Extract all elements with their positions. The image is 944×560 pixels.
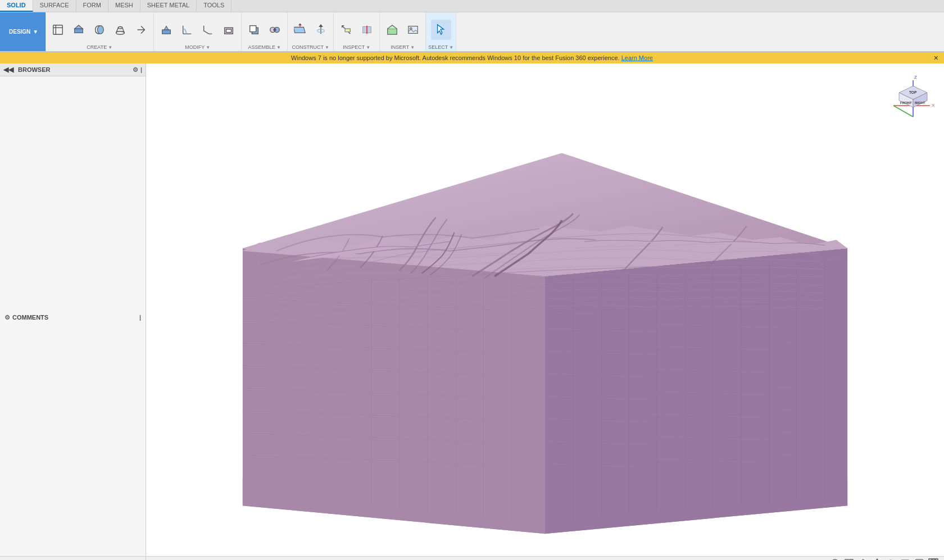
svg-marker-19 [294,27,305,33]
viewport: Z X TOP FRONT RIGHT [146,63,944,556]
svg-text:RIGHT: RIGHT [915,101,925,104]
svg-marker-23 [320,24,323,26]
press-pull-icon[interactable] [156,20,176,40]
environment-btn[interactable] [927,558,940,560]
svg-rect-10 [162,30,171,34]
select-label: SELECT [428,44,448,50]
revolve-icon[interactable] [89,20,110,40]
view-cube[interactable]: Z X TOP FRONT RIGHT [888,69,938,120]
assemble-dropdown-arrow[interactable]: ▼ [276,45,281,50]
offset-plane-icon[interactable] [290,20,310,40]
notification-text: Windows 7 is no longer supported by Micr… [291,54,620,61]
axis-icon[interactable] [311,20,331,40]
create-group: CREATE ▼ [46,12,154,51]
svg-rect-32 [409,26,418,33]
select-dropdown-arrow[interactable]: ▼ [449,45,453,50]
extrude-icon[interactable] [69,20,89,40]
comments-panel: ⚙ COMMENTS | [0,79,146,556]
design-button[interactable]: DESIGN ▼ [0,12,46,51]
new-component-icon[interactable] [244,20,264,40]
svg-marker-36 [243,248,545,534]
inspect-dropdown-arrow[interactable]: ▼ [366,45,370,50]
svg-text:TOP: TOP [909,90,917,94]
modify-label: MODIFY [185,44,205,50]
notification-close[interactable]: × [934,53,938,62]
modify-group: MODIFY ▼ [154,12,242,51]
create-dropdown-arrow[interactable]: ▼ [108,45,112,50]
tab-sheet-metal[interactable]: SHEET METAL [140,0,197,12]
assemble-group: ASSEMBLE ▼ [242,12,288,51]
insert-label: INSERT [391,44,409,50]
tab-solid[interactable]: SOLID [0,0,33,12]
svg-rect-3 [75,29,83,33]
browser-title: BROWSER [18,66,50,73]
svg-line-58 [893,106,913,117]
bottom-tools [829,558,940,560]
visual-style-btn[interactable] [913,558,925,560]
more-create-icon[interactable] [131,20,151,40]
display-settings-btn[interactable] [899,558,911,560]
svg-marker-37 [545,248,847,534]
svg-point-7 [119,26,122,29]
section-analysis-icon[interactable] [357,20,377,40]
browser-settings-icon[interactable]: ⚙ [133,66,138,74]
design-label: DESIGN [9,29,30,35]
insert-dropdown-arrow[interactable]: ▼ [410,45,415,50]
svg-rect-13 [226,29,232,33]
assemble-label: ASSEMBLE [248,44,276,50]
joint-icon[interactable] [265,20,285,40]
comments-bottom-panel: ⚙ COMMENTS | [0,557,146,560]
notification-bar: Windows 7 is no longer supported by Micr… [0,52,944,63]
svg-marker-11 [165,26,169,29]
chamfer-icon[interactable] [198,20,218,40]
svg-rect-28 [345,29,350,32]
loft-icon[interactable] [110,20,130,40]
new-sketch-icon[interactable] [48,20,68,40]
orbit-btn[interactable] [857,558,869,560]
tab-form[interactable]: FORM [76,0,108,12]
construct-label: CONSTRUCT [292,44,324,50]
insert-group: INSERT ▼ [380,12,426,51]
inspect-group: INSPECT ▼ [334,12,380,51]
tab-tools[interactable]: TOOLS [197,0,232,12]
tab-mesh[interactable]: MESH [108,0,140,12]
browser-pin-icon[interactable]: | [140,66,142,74]
measure-icon[interactable] [336,20,356,40]
svg-marker-4 [75,25,83,28]
select-icon[interactable] [431,20,451,40]
comments-label: COMMENTS [12,314,48,321]
shell-icon[interactable] [219,20,239,40]
construct-dropdown-arrow[interactable]: ▼ [325,45,329,50]
modify-dropdown-arrow[interactable]: ▼ [206,45,210,50]
select-group: SELECT ▼ [426,12,456,51]
tab-surface[interactable]: SURFACE [33,0,76,12]
pan-btn[interactable] [871,558,883,560]
svg-point-5 [98,25,104,34]
svg-rect-15 [250,25,256,31]
learn-more-link[interactable]: Learn More [621,54,653,61]
zoom-btn[interactable] [885,558,897,560]
grid-settings-btn[interactable] [843,558,855,560]
svg-rect-0 [53,25,63,34]
3d-model-canvas [146,63,944,556]
fillet-icon[interactable] [177,20,197,40]
design-dropdown-arrow: ▼ [33,29,38,35]
svg-text:X: X [932,103,935,108]
create-label: CREATE [87,44,107,50]
insert-mesh-icon[interactable] [382,20,402,40]
construct-group: CONSTRUCT ▼ [288,12,334,51]
svg-text:FRONT: FRONT [900,101,912,104]
svg-point-18 [274,29,276,31]
home-view-btn[interactable] [829,558,841,560]
svg-point-6 [116,31,125,34]
svg-text:Z: Z [914,75,917,80]
inspect-label: INSPECT [343,44,365,50]
browser-header: ◀◀ BROWSER ⚙ | [0,63,146,76]
bottom-bar: ⚙ COMMENTS | [0,556,944,560]
insert-image-icon[interactable] [403,20,423,40]
svg-rect-31 [388,29,397,34]
comments-pin-icon[interactable]: | [139,314,141,321]
comments-settings-icon[interactable]: ⚙ [4,314,10,321]
browser-collapse-arrow[interactable]: ◀◀ [3,66,13,74]
svg-marker-21 [299,24,301,25]
